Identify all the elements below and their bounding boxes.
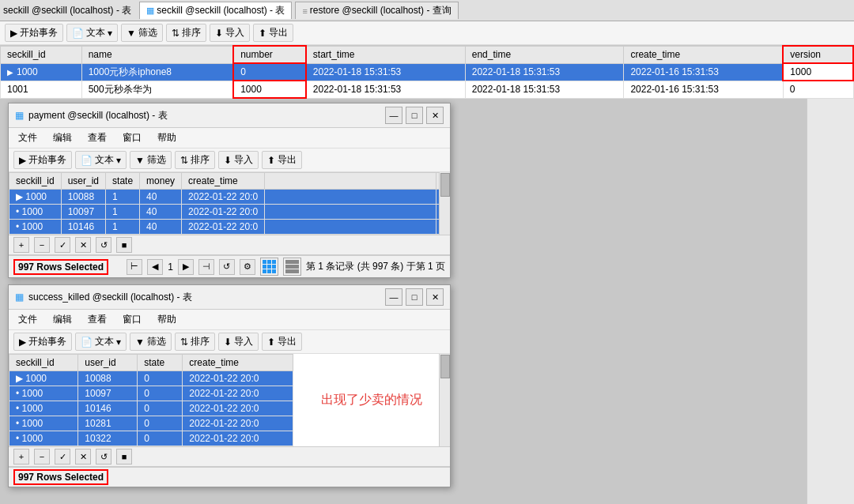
success-minimize-btn[interactable]: — — [385, 288, 402, 306]
grid-view-btn[interactable] — [260, 258, 278, 276]
nav-settings-btn[interactable]: ⚙ — [240, 259, 255, 275]
sk-delete-row-btn[interactable]: − — [34, 449, 50, 465]
object-label: seckill @seckill (localhost) - 表 — [3, 4, 131, 17]
sk-row-3[interactable]: • 1000 10281 0 2022-01-22 20:0 — [9, 416, 293, 431]
filter-icon: ▼ — [127, 28, 136, 39]
sort-btn[interactable]: ⇅ 排序 — [166, 24, 206, 42]
sk-import-icon: ⬇ — [224, 337, 232, 348]
cell-number: 0 — [233, 63, 306, 81]
payment-export-btn[interactable]: ⬆ 导出 — [262, 151, 302, 169]
payment-sort-btn[interactable]: ⇅ 排序 — [175, 151, 215, 169]
payment-scrollbar-thumb[interactable] — [440, 173, 450, 197]
sk-menu-edit[interactable]: 编辑 — [50, 311, 75, 328]
menu-view[interactable]: 查看 — [85, 130, 110, 146]
payment-statusbar: 997 Rows Selected ⊢ ◀ 1 ▶ ⊣ ↺ ⚙ 第 1 条记录 … — [9, 255, 450, 277]
sk-menu-view[interactable]: 查看 — [85, 311, 110, 328]
sk-menu-window[interactable]: 窗口 — [119, 311, 145, 328]
sk-confirm-btn[interactable]: ✓ — [55, 449, 70, 465]
success-killed-window-controls: — □ ✕ — [385, 288, 444, 306]
sk-row-1[interactable]: • 1000 10097 0 2022-01-22 20:0 — [9, 386, 293, 401]
sk-text-btn[interactable]: 📄 文本 ▾ — [75, 333, 127, 351]
stop-btn[interactable]: ■ — [116, 237, 132, 253]
sk-stop-btn[interactable]: ■ — [116, 449, 132, 465]
sk-row-4[interactable]: • 1000 10322 0 2022-01-22 20:0 — [9, 431, 293, 446]
nav-first-btn[interactable]: ⊢ — [127, 259, 142, 275]
payment-scrollbar[interactable] — [439, 172, 450, 235]
sk-export-btn[interactable]: ⬆ 导出 — [262, 333, 302, 351]
sort-icon: ⇅ — [172, 28, 179, 39]
delete-row-btn[interactable]: − — [34, 237, 50, 253]
payment-table-container: seckill_id user_id state money create_ti… — [9, 172, 450, 235]
import-btn[interactable]: ⬇ 导入 — [210, 24, 250, 42]
success-killed-window: ▦ success_killed @seckill (localhost) - … — [8, 284, 451, 487]
pay-col-user_id: user_id — [61, 173, 105, 190]
payment-row-1[interactable]: • 1000 10097 1 40 2022-01-22 20:0 — [9, 205, 450, 220]
filter-btn[interactable]: ▼ 筛选 — [121, 24, 163, 42]
sk-export-icon: ⬆ — [267, 337, 275, 348]
sk-add-row-btn[interactable]: + — [13, 449, 29, 465]
sk-sort-btn[interactable]: ⇅ 排序 — [175, 333, 215, 351]
payment-close-btn[interactable]: ✕ — [426, 107, 444, 124]
pay-col-extra — [265, 173, 436, 190]
success-killed-title: success_killed @seckill (localhost) - 表 — [28, 291, 380, 304]
payment-maximize-btn[interactable]: □ — [406, 107, 423, 124]
payment-page-info: 第 1 条记录 (共 997 条) 于第 1 页 — [306, 260, 445, 273]
filter-icon: ▼ — [135, 155, 145, 166]
confirm-btn[interactable]: ✓ — [55, 237, 70, 253]
pay-col-state: state — [106, 173, 140, 190]
nav-next-btn[interactable]: ▶ — [178, 259, 194, 275]
payment-minimize-btn[interactable]: — — [385, 107, 402, 124]
cell-start_time: 2022-01-18 15:31:53 — [306, 63, 465, 81]
refresh-btn[interactable]: ↺ — [96, 237, 111, 253]
success-killed-toolbar: ▶ 开始事务 📄 文本 ▾ ▼ 筛选 ⇅ 排序 ⬇ 导入 ⬆ 导出 — [9, 330, 450, 354]
add-row-btn[interactable]: + — [13, 237, 29, 253]
begin-transaction-btn[interactable]: ▶ 开始事务 — [5, 24, 63, 42]
list-view-btn[interactable] — [283, 258, 301, 276]
nav-refresh-btn[interactable]: ↺ — [219, 259, 235, 275]
tab-seckill[interactable]: ▦ seckill @seckill (localhost) - 表 — [139, 2, 292, 19]
payment-begin-transaction-btn[interactable]: ▶ 开始事务 — [13, 151, 72, 169]
seckill-toolbar: ▶ 开始事务 📄 文本 ▾ ▼ 筛选 ⇅ 排序 ⬇ 导入 ⬆ 导出 — [0, 21, 854, 45]
seckill-row-1[interactable]: 1001 500元秒杀华为 1000 2022-01-18 15:31:53 2… — [1, 81, 854, 98]
payment-row-2[interactable]: • 1000 10146 1 40 2022-01-22 20:0 — [9, 220, 450, 235]
cell-end_time: 2022-01-18 15:31:53 — [465, 63, 624, 81]
sk-import-btn[interactable]: ⬇ 导入 — [218, 333, 259, 351]
sk-row-0[interactable]: ▶ 1000 10088 0 2022-01-22 20:0 — [9, 371, 293, 386]
text-btn[interactable]: 📄 文本 ▾ — [66, 24, 118, 42]
payment-text-btn[interactable]: 📄 文本 ▾ — [75, 151, 127, 169]
menu-help[interactable]: 帮助 — [154, 130, 179, 146]
pay-col-seckill_id: seckill_id — [9, 173, 62, 190]
sk-scrollbar[interactable] — [439, 354, 450, 446]
payment-row-0[interactable]: ▶ 1000 10088 1 40 2022-01-22 20:0 — [9, 190, 450, 205]
payment-toolbar: ▶ 开始事务 📄 文本 ▾ ▼ 筛选 ⇅ 排序 ⬇ 导入 ⬆ 导出 — [9, 149, 450, 172]
sk-begin-transaction-btn[interactable]: ▶ 开始事务 — [13, 333, 72, 351]
sk-scrollbar-thumb[interactable] — [440, 355, 450, 378]
export-btn[interactable]: ⬆ 导出 — [253, 24, 293, 42]
discard-btn[interactable]: ✕ — [75, 237, 91, 253]
tab-restore[interactable]: ≡ restore @seckill (localhost) - 查询 — [295, 2, 458, 19]
payment-filter-btn[interactable]: ▼ 筛选 — [130, 151, 172, 169]
cell-start_time: 2022-01-18 15:31:53 — [306, 81, 465, 98]
menu-file[interactable]: 文件 — [15, 130, 40, 146]
sk-discard-btn[interactable]: ✕ — [75, 449, 91, 465]
sk-sort-icon: ⇅ — [180, 337, 188, 348]
payment-import-btn[interactable]: ⬇ 导入 — [218, 151, 259, 169]
seckill-row-0[interactable]: 1000 1000元秒杀iphone8 0 2022-01-18 15:31:5… — [1, 63, 854, 81]
sk-row-2[interactable]: • 1000 10146 0 2022-01-22 20:0 — [9, 401, 293, 416]
success-maximize-btn[interactable]: □ — [406, 288, 423, 306]
menu-window[interactable]: 窗口 — [119, 130, 145, 146]
cell-version: 1000 — [783, 63, 853, 81]
sk-refresh-btn[interactable]: ↺ — [96, 449, 111, 465]
payment-pagination: ⊢ ◀ 1 ▶ ⊣ ↺ ⚙ 第 1 条记录 (共 997 条) 于第 1 页 — [127, 258, 445, 276]
sk-filter-btn[interactable]: ▼ 筛选 — [130, 333, 172, 351]
success-killed-titlebar: ▦ success_killed @seckill (localhost) - … — [9, 285, 450, 310]
cell-name: 1000元秒杀iphone8 — [81, 63, 233, 81]
success-close-btn[interactable]: ✕ — [426, 288, 444, 306]
export-icon: ⬆ — [267, 155, 275, 166]
sk-col-create_time: create_time — [183, 355, 293, 371]
nav-prev-btn[interactable]: ◀ — [147, 259, 163, 275]
menu-edit[interactable]: 编辑 — [50, 130, 75, 146]
sk-menu-file[interactable]: 文件 — [15, 311, 40, 328]
nav-last-btn[interactable]: ⊣ — [198, 259, 214, 275]
sk-menu-help[interactable]: 帮助 — [154, 311, 179, 328]
